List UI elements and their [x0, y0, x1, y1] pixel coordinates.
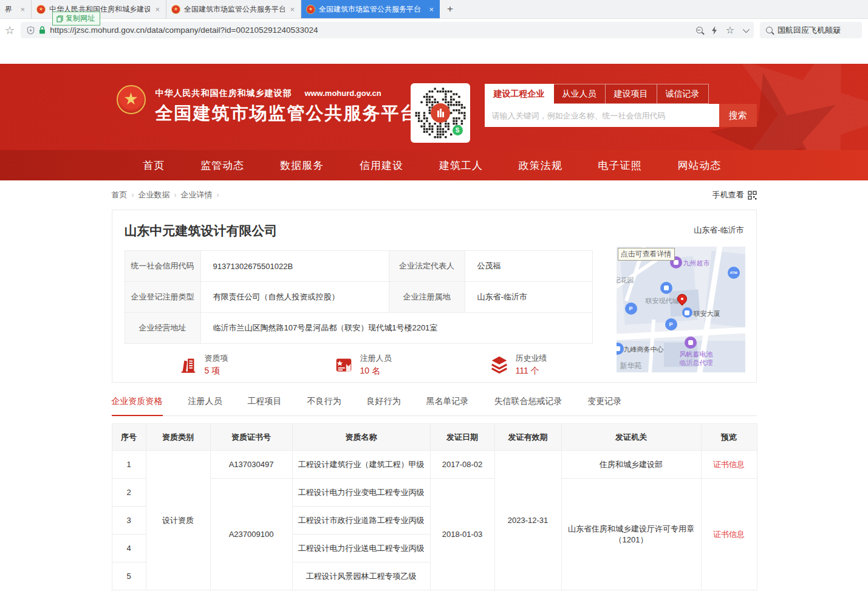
qual-name: 工程设计市政行业道路工程专业丙级 — [292, 507, 430, 535]
browser-tab-jzsc-1[interactable]: 全国建筑市场监管公共服务平台 × — [166, 0, 301, 18]
legal-rep-value: 公茂福 — [465, 251, 592, 282]
company-region: 山东省-临沂市 — [694, 225, 743, 236]
breadcrumb-row: 首页› 企业数据› 企业详情› 手机查看 — [112, 180, 757, 210]
browser-chrome: 界 × 中华人民共和国住房和城乡建设 × 全国建筑市场监管公共服务平台 × 全国… — [0, 0, 868, 41]
table-row: 企业登记注册类型 有限责任公司（自然人投资或控股） 企业注册属地 山东省-临沂市 — [125, 282, 592, 313]
national-emblem-icon — [117, 85, 146, 114]
stat-registered-personnel[interactable]: 注册人员 10 名 — [333, 353, 489, 377]
quick-search-box[interactable]: 国航回应飞机颠簸 — [760, 22, 862, 38]
col-preview: 预览 — [701, 424, 757, 451]
qual-category: 设计资质 — [146, 451, 210, 590]
row-no: 1 — [112, 451, 146, 479]
tab-good-behavior[interactable]: 良好行为 — [367, 396, 401, 415]
secure-lock-icon — [39, 26, 46, 34]
qual-name: 工程设计风景园林工程专项乙级 — [292, 562, 430, 590]
company-card: 山东中元建筑设计有限公司 山东省-临沂市 统一社会信用代码 9137130267… — [112, 210, 757, 383]
nav-e-license[interactable]: 电子证照 — [598, 159, 642, 173]
map-label-garden: 纪花园 — [617, 276, 634, 285]
breadcrumb-company-detail[interactable]: 企业详情 — [181, 190, 213, 200]
breadcrumb-company-data[interactable]: 企业数据 — [138, 190, 170, 200]
nav-data-service[interactable]: 数据服务 — [280, 159, 324, 173]
search-tab-project[interactable]: 建设项目 — [606, 84, 657, 104]
emblem-favicon — [171, 5, 180, 14]
stat-value: 10 名 — [360, 366, 392, 377]
site-header: 中华人民共和国住房和城乡建设部 www.mohurd.gov.cn 全国建筑市场… — [0, 64, 868, 150]
tab-title: 界 — [5, 4, 15, 15]
search-category-tabs: 建设工程企业 从业人员 建设项目 诚信记录 — [485, 84, 757, 104]
certificate-info-link[interactable]: 证书信息 — [713, 460, 745, 469]
col-no: 序号 — [112, 424, 146, 451]
emblem-favicon — [36, 5, 46, 14]
site-permission-shield-icon[interactable] — [27, 26, 35, 35]
tab-dishonesty-records[interactable]: 失信联合惩戒记录 — [494, 396, 562, 415]
tab-close-icon[interactable]: × — [428, 5, 435, 14]
zoom-out-icon[interactable] — [696, 27, 703, 33]
browser-tab-partial[interactable]: 界 × — [0, 0, 32, 18]
nav-home[interactable]: 首页 — [143, 159, 165, 173]
breadcrumb-separator: › — [174, 191, 177, 199]
new-tab-button[interactable]: + — [440, 0, 460, 18]
nav-credit[interactable]: 信用建设 — [360, 159, 403, 173]
address-bar[interactable]: https://jzsc.mohurd.gov.cn/data/company/… — [21, 22, 754, 38]
url-text[interactable]: https://jzsc.mohurd.gov.cn/data/company/… — [50, 26, 318, 35]
mobile-view[interactable]: 手机查看 — [713, 190, 757, 200]
main-nav: 首页 监管动态 数据服务 信用建设 建筑工人 政策法规 电子证照 网站动态 — [0, 150, 868, 180]
keyword-search-input[interactable] — [485, 104, 719, 127]
qual-name: 工程设计电力行业变电工程专业丙级 — [292, 479, 430, 507]
reg-type-value: 有限责任公司（自然人投资或控股） — [200, 282, 389, 313]
tab-close-icon[interactable]: × — [19, 5, 26, 14]
nav-supervision[interactable]: 监管动态 — [200, 159, 244, 173]
stat-label: 历史业绩 — [516, 353, 547, 364]
tower-marker-icon — [682, 307, 692, 318]
cert-no: A137030497 — [210, 451, 292, 479]
col-category: 资质类别 — [146, 424, 210, 451]
nav-policy[interactable]: 政策法规 — [519, 159, 562, 173]
table-header-row: 序号 资质类别 资质证书号 资质名称 发证日期 发证有效期 发证机关 预览 — [112, 424, 757, 451]
row-no: 3 — [112, 507, 146, 535]
row-no: 5 — [112, 562, 146, 590]
bookmark-star-icon[interactable]: ☆ — [5, 25, 15, 36]
reg-region-value: 山东省-临沂市 — [465, 282, 592, 313]
stat-qualifications[interactable]: 资质项 5 项 — [178, 353, 333, 377]
cert-no: A237009100 — [210, 479, 292, 590]
tab-change-records[interactable]: 变更记录 — [588, 396, 622, 415]
certificate-info-link[interactable]: 证书信息 — [713, 530, 745, 539]
favorite-star-icon[interactable]: ☆ — [726, 26, 734, 35]
location-map[interactable]: 点击可查看详情 九州超市 ATM 纪花园 联安现代城 联安大厦 P P 九峰商务… — [617, 247, 745, 372]
url-toolbar: ☆ https://jzsc.mohurd.gov.cn/data/compan… — [0, 19, 868, 41]
nav-workers[interactable]: 建筑工人 — [439, 159, 483, 173]
qualification-table-wrap: 序号 资质类别 资质证书号 资质名称 发证日期 发证有效期 发证机关 预览 1 … — [112, 423, 757, 590]
header-search: 建设工程企业 从业人员 建设项目 诚信记录 搜索 — [485, 84, 757, 127]
search-tab-personnel[interactable]: 从业人员 — [554, 84, 606, 104]
chevron-down-icon[interactable] — [743, 26, 750, 32]
search-tab-enterprise[interactable]: 建设工程企业 — [485, 84, 554, 104]
legal-rep-label: 企业法定代表人 — [389, 251, 465, 282]
flash-icon[interactable] — [711, 26, 717, 35]
breadcrumb-home[interactable]: 首页 — [112, 190, 128, 200]
qualification-table: 序号 资质类别 资质证书号 资质名称 发证日期 发证有效期 发证机关 预览 1 … — [112, 423, 757, 590]
battery-marker-icon — [685, 337, 697, 349]
nav-site-news[interactable]: 网站动态 — [677, 159, 721, 173]
browser-tab-strip: 界 × 中华人民共和国住房和城乡建设 × 全国建筑市场监管公共服务平台 × 全国… — [0, 0, 868, 19]
browser-tab-jzsc-active[interactable]: 全国建筑市场监管公共服务平台 × — [301, 0, 440, 18]
tab-close-icon[interactable]: × — [289, 5, 296, 14]
breadcrumb-separator: › — [217, 191, 219, 199]
company-name: 山东中元建筑设计有限公司 — [125, 222, 744, 239]
tab-registered-personnel[interactable]: 注册人员 — [188, 396, 222, 415]
address-value: 临沂市兰山区陶然路107号星河晶都（联安）现代城1号楼2201室 — [200, 313, 592, 344]
qual-name: 工程设计建筑行业（建筑工程）甲级 — [292, 451, 430, 479]
map-tooltip: 点击可查看详情 — [618, 248, 675, 261]
quick-search-text[interactable]: 国航回应飞机颠簸 — [777, 25, 841, 36]
tab-bad-behavior[interactable]: 不良行为 — [307, 396, 341, 415]
ministry-name: 中华人民共和国住房和城乡建设部 — [155, 88, 292, 98]
qr-code-icon[interactable] — [748, 191, 757, 200]
tab-projects[interactable]: 工程项目 — [248, 396, 282, 415]
map-label-lianan-modern: 联安现代城 — [646, 296, 679, 306]
tab-blacklist[interactable]: 黑名单记录 — [426, 396, 469, 415]
search-button[interactable]: 搜索 — [719, 104, 757, 127]
tab-close-icon[interactable]: × — [154, 5, 161, 14]
search-tab-credit[interactable]: 诚信记录 — [657, 84, 709, 104]
copy-icon — [56, 15, 63, 22]
col-valid-until: 发证有效期 — [494, 424, 561, 451]
tab-qualifications[interactable]: 企业资质资格 — [112, 396, 163, 416]
